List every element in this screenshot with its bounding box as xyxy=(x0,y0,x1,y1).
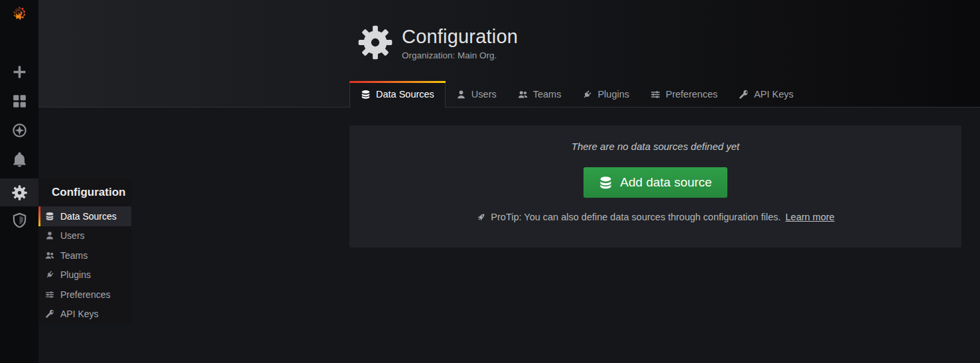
tab-api-keys[interactable]: API Keys xyxy=(728,81,804,108)
key-icon xyxy=(739,90,749,100)
plug-icon xyxy=(582,90,592,100)
sidebar-item-server-admin[interactable] xyxy=(0,205,38,234)
database-icon xyxy=(361,90,371,100)
flyout-item-data-sources[interactable]: Data Sources xyxy=(38,206,131,226)
flyout-item-users[interactable]: Users xyxy=(38,226,131,246)
flyout-item-teams[interactable]: Teams xyxy=(38,246,131,265)
page-subtitle: Organization: Main Org. xyxy=(402,50,518,60)
page-tabs: Data Sources Users Teams Plugins Prefere… xyxy=(349,81,804,108)
tab-data-sources[interactable]: Data Sources xyxy=(349,81,446,108)
tab-label: Data Sources xyxy=(376,89,434,100)
tab-label: Preferences xyxy=(666,89,717,100)
sliders-icon xyxy=(45,290,54,299)
sidebar-item-create[interactable] xyxy=(0,57,38,86)
plus-icon xyxy=(12,64,27,80)
dashboards-grid-icon xyxy=(12,94,27,109)
flyout-item-preferences[interactable]: Preferences xyxy=(38,285,131,305)
protip-text: ProTip: You can also define data sources… xyxy=(491,212,780,222)
gear-icon xyxy=(358,25,393,60)
configuration-flyout-menu: Configuration Data Sources Users Teams P… xyxy=(38,179,131,324)
flyout-item-label: Preferences xyxy=(60,289,110,300)
users-icon xyxy=(518,90,528,100)
shield-icon xyxy=(12,212,27,228)
bell-icon xyxy=(12,152,27,167)
tab-preferences[interactable]: Preferences xyxy=(640,81,728,108)
flyout-item-label: Users xyxy=(60,230,85,241)
tab-label: Users xyxy=(471,89,497,100)
plug-icon xyxy=(45,270,54,279)
sidebar-item-dashboards[interactable] xyxy=(0,86,38,115)
sidebar-item-alerting[interactable] xyxy=(0,145,38,174)
users-icon xyxy=(45,251,54,260)
flyout-item-label: API Keys xyxy=(60,309,99,319)
add-data-source-button[interactable]: Add data source xyxy=(583,167,727,198)
flyout-item-label: Teams xyxy=(60,250,88,261)
protip: ProTip: You can also define data sources… xyxy=(349,212,961,222)
sidebar-item-configuration[interactable] xyxy=(0,179,38,206)
tab-label: Plugins xyxy=(597,89,629,100)
flyout-item-api-keys[interactable]: API Keys xyxy=(38,305,131,325)
user-icon xyxy=(45,231,54,240)
flyout-title[interactable]: Configuration xyxy=(38,179,131,206)
user-icon xyxy=(456,90,466,100)
tab-teams[interactable]: Teams xyxy=(507,81,572,108)
database-icon xyxy=(599,176,613,190)
compass-icon xyxy=(12,123,27,138)
key-icon xyxy=(45,309,54,319)
tab-plugins[interactable]: Plugins xyxy=(572,81,640,108)
empty-list-card: There are no data sources defined yet Ad… xyxy=(349,125,961,248)
sidebar xyxy=(0,0,38,363)
sliders-icon xyxy=(650,90,660,100)
rocket-icon xyxy=(476,212,486,222)
learn-more-link[interactable]: Learn more xyxy=(786,212,835,222)
sidebar-item-explore[interactable] xyxy=(0,115,38,145)
flyout-item-plugins[interactable]: Plugins xyxy=(38,265,131,285)
add-button-label: Add data source xyxy=(620,175,711,190)
grafana-logo[interactable] xyxy=(7,3,32,28)
flyout-item-label: Plugins xyxy=(60,269,91,280)
page-title: Configuration xyxy=(402,25,518,48)
tab-users[interactable]: Users xyxy=(446,81,507,108)
tab-label: API Keys xyxy=(754,89,794,100)
database-icon xyxy=(45,212,54,221)
empty-state-message: There are no data sources defined yet xyxy=(349,141,961,152)
tab-label: Teams xyxy=(533,89,562,100)
flyout-item-label: Data Sources xyxy=(60,211,117,222)
gear-icon xyxy=(12,185,27,200)
